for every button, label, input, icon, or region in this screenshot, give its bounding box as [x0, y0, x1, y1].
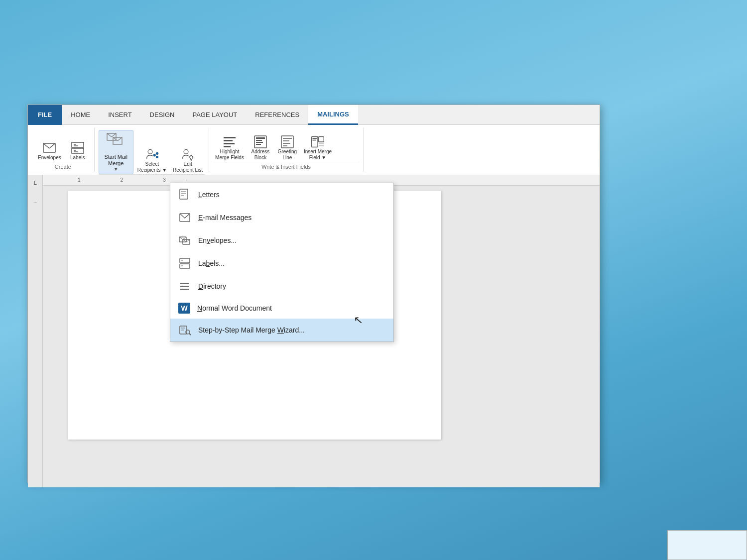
- svg-rect-36: [312, 140, 316, 141]
- tab-file[interactable]: FILE: [28, 105, 62, 125]
- dropdown-item-email[interactable]: E-mail Messages: [170, 206, 393, 229]
- labels-menu-label: Labels...: [198, 259, 225, 267]
- svg-rect-35: [312, 138, 317, 139]
- address-block-button[interactable]: AddressBlock: [248, 134, 273, 162]
- highlight-fields-label: HighlightMerge Fields: [215, 149, 244, 161]
- bottom-bar: [667, 530, 747, 560]
- tab-insert[interactable]: INSERT: [99, 105, 140, 125]
- normal-word-menu-label: Normal Word Document: [197, 304, 272, 312]
- ruler-3: 3: [163, 177, 166, 183]
- svg-rect-40: [180, 189, 188, 199]
- svg-line-11: [112, 133, 116, 137]
- envelope-icon: [42, 141, 56, 155]
- envelopes-menu-label: Envelopes...: [198, 236, 237, 244]
- dropdown-menu: Letters E-mail Messages: [170, 183, 394, 342]
- svg-point-61: [186, 330, 190, 334]
- svg-line-14: [118, 137, 122, 141]
- ribbon-content: Envelopes Labels: [28, 125, 600, 175]
- insert-merge-field-icon: [311, 135, 325, 149]
- svg-rect-28: [256, 144, 261, 145]
- edit-recipient-list-button[interactable]: EditRecipient List: [171, 146, 205, 174]
- svg-point-19: [184, 150, 188, 154]
- svg-rect-23: [224, 146, 231, 147]
- labels-label: Labels: [70, 155, 85, 161]
- letters-icon: [178, 188, 191, 201]
- dropdown-item-letters[interactable]: Letters: [170, 183, 393, 206]
- directory-menu-label: Directory: [198, 282, 226, 290]
- start-merge-arrow: ▼: [114, 167, 118, 172]
- address-block-label: AddressBlock: [251, 149, 270, 161]
- wizard-menu-label: Step-by-Step Mail Merge Wizard...: [198, 326, 305, 334]
- envelopes-label: Envelopes: [38, 155, 61, 161]
- greeting-line-icon: [280, 135, 294, 149]
- ruler-1: 1: [78, 177, 81, 183]
- ruler-L-mark: L: [33, 180, 37, 186]
- ribbon-tabs: FILE HOME INSERT DESIGN PAGE LAYOUT REFE…: [28, 105, 600, 125]
- svg-line-10: [107, 133, 112, 137]
- labels-dropdown-icon: [178, 257, 191, 270]
- ruler-2: 2: [121, 177, 124, 183]
- edit-recipient-icon: [181, 147, 195, 161]
- svg-rect-26: [256, 140, 262, 141]
- normal-word-icon: W: [178, 303, 190, 314]
- svg-rect-39: [319, 145, 324, 146]
- edit-recipient-label: EditRecipient List: [173, 161, 203, 173]
- greeting-line-button[interactable]: GreetingLine: [275, 134, 300, 162]
- svg-rect-22: [224, 143, 235, 144]
- svg-point-17: [156, 152, 158, 155]
- svg-rect-25: [256, 137, 265, 139]
- tab-pagelayout[interactable]: PAGE LAYOUT: [183, 105, 246, 125]
- directory-icon: [178, 280, 191, 293]
- start-merge-label: Start MailMerge: [104, 154, 127, 167]
- ruler-mark-1: →: [33, 200, 37, 205]
- dropdown-item-wizard[interactable]: Step-by-Step Mail Merge Wizard...: [170, 319, 393, 341]
- select-recipients-button[interactable]: SelectRecipients ▼: [135, 146, 169, 174]
- select-recipients-icon: [145, 147, 159, 161]
- envelopes-dropdown-icon: [178, 234, 191, 247]
- dropdown-item-normal-word[interactable]: W Normal Word Document: [170, 298, 393, 319]
- highlight-fields-icon: [223, 135, 237, 149]
- side-ruler: L →: [28, 175, 43, 487]
- svg-rect-3: [72, 142, 84, 147]
- svg-rect-37: [319, 137, 324, 142]
- create-group-label: Create: [36, 162, 90, 170]
- ruler-dot: ·: [186, 177, 187, 183]
- word-window: FILE HOME INSERT DESIGN PAGE LAYOUT REFE…: [27, 105, 600, 483]
- wizard-icon: [178, 324, 191, 336]
- tab-references[interactable]: REFERENCES: [246, 105, 308, 125]
- labels-button[interactable]: Labels: [65, 140, 90, 162]
- svg-rect-20: [224, 137, 236, 138]
- dropdown-item-labels[interactable]: Labels...: [170, 252, 393, 275]
- svg-rect-21: [224, 140, 233, 141]
- svg-line-62: [189, 334, 191, 335]
- svg-rect-27: [256, 142, 263, 143]
- highlight-merge-fields-button[interactable]: HighlightMerge Fields: [213, 134, 246, 162]
- svg-point-16: [153, 154, 156, 157]
- email-icon: [178, 211, 191, 224]
- group-write-insert: HighlightMerge Fields AddressBlock: [209, 128, 364, 172]
- group-create: Envelopes Labels: [32, 128, 95, 172]
- address-block-icon: [253, 135, 267, 149]
- letters-menu-label: Letters: [198, 191, 220, 199]
- insert-merge-field-label: Insert MergeField ▼: [304, 149, 332, 161]
- select-recipients-label: SelectRecipients ▼: [137, 161, 167, 173]
- dropdown-item-envelopes[interactable]: Envelopes...: [170, 229, 393, 252]
- tab-design[interactable]: DESIGN: [141, 105, 184, 125]
- dropdown-item-directory[interactable]: Directory: [170, 275, 393, 298]
- svg-point-18: [156, 156, 158, 158]
- svg-rect-38: [319, 143, 324, 144]
- envelopes-button[interactable]: Envelopes: [36, 140, 63, 162]
- labels-icon: [71, 141, 85, 155]
- svg-line-1: [43, 143, 49, 148]
- svg-line-2: [49, 143, 55, 148]
- svg-point-15: [148, 150, 153, 154]
- group-start-mail-merge: Start MailMerge ▼: [95, 128, 209, 172]
- tab-home[interactable]: HOME: [62, 105, 99, 125]
- svg-rect-4: [72, 148, 84, 153]
- tab-mailings[interactable]: MAILINGS: [308, 105, 358, 125]
- email-menu-label: E-mail Messages: [198, 214, 251, 222]
- insert-merge-field-button[interactable]: Insert MergeField ▼: [302, 134, 334, 162]
- greeting-line-label: GreetingLine: [278, 149, 297, 161]
- start-mail-merge-button[interactable]: Start MailMerge ▼: [99, 130, 133, 174]
- write-insert-group-label: Write & Insert Fields: [213, 162, 359, 170]
